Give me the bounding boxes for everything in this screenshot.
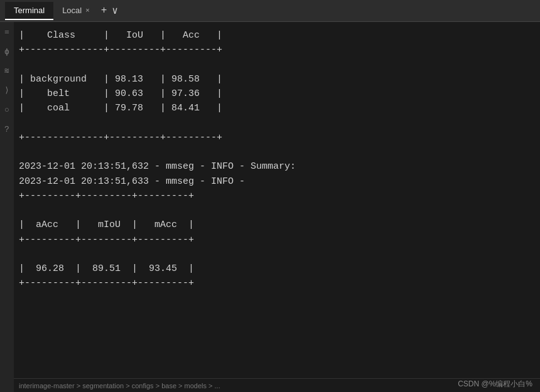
terminal-line: | background | 98.13 | 98.58 |: [19, 72, 534, 87]
sidebar-icon-4[interactable]: ○: [4, 106, 9, 114]
terminal-line: [19, 203, 534, 218]
tab-add-icon[interactable]: +: [101, 5, 107, 16]
terminal-line: | coal | 79.78 | 84.41 |: [19, 101, 534, 115]
sidebar-icon-3[interactable]: ⟩: [4, 87, 9, 95]
breadcrumb: interimage-master > segmentation > confi…: [19, 382, 220, 389]
sidebar-icon-5[interactable]: ?: [4, 125, 9, 134]
breadcrumb-bar: interimage-master > segmentation > confi…: [0, 378, 540, 392]
terminal-line: [19, 58, 534, 72]
terminal-content: | Class | IoU | Acc |+--------------+---…: [0, 22, 540, 392]
terminal-line: 2023-12-01 20:13:51,633 - mmseg - INFO -: [19, 174, 534, 189]
terminal-lines: | Class | IoU | Acc |+--------------+---…: [19, 28, 534, 291]
sidebar-icon-0[interactable]: =: [4, 28, 9, 36]
terminal-line: [19, 247, 534, 262]
watermark: CSDN @%编程小白%: [450, 376, 540, 392]
terminal-line: +--------------+---------+---------+: [19, 130, 534, 145]
terminal-line: [19, 145, 534, 159]
terminal-line: +---------+---------+---------+: [19, 276, 534, 290]
tab-chevron-icon[interactable]: ∨: [112, 4, 118, 17]
terminal-line: | belt | 90.63 | 97.36 |: [19, 87, 534, 101]
terminal-line: +---------+---------+---------+: [19, 189, 534, 203]
tab-terminal-label: Terminal: [14, 6, 45, 15]
left-sidebar: = ϕ ≋ ⟩ ○ ?: [0, 22, 14, 392]
terminal-line: +---------+---------+---------+: [19, 233, 534, 247]
terminal-line: | 96.28 | 89.51 | 93.45 |: [19, 262, 534, 276]
terminal-line: | Class | IoU | Acc |: [19, 28, 534, 43]
tab-terminal[interactable]: Terminal: [5, 2, 53, 20]
terminal-line: 2023-12-01 20:13:51,632 - mmseg - INFO -…: [19, 159, 534, 174]
sidebar-icon-2[interactable]: ≋: [4, 67, 9, 75]
tab-local-label: Local: [62, 6, 82, 15]
sidebar-icon-1[interactable]: ϕ: [4, 48, 9, 56]
terminal-line: [19, 116, 534, 130]
tab-local-close[interactable]: ×: [85, 6, 89, 14]
terminal-line: +--------------+---------+---------+: [19, 43, 534, 57]
tab-local[interactable]: Local ×: [53, 2, 99, 20]
tab-bar: Terminal Local × + ∨: [0, 0, 540, 22]
terminal-line: | aAcc | mIoU | mAcc |: [19, 218, 534, 232]
tab-actions[interactable]: + ∨: [101, 4, 118, 17]
